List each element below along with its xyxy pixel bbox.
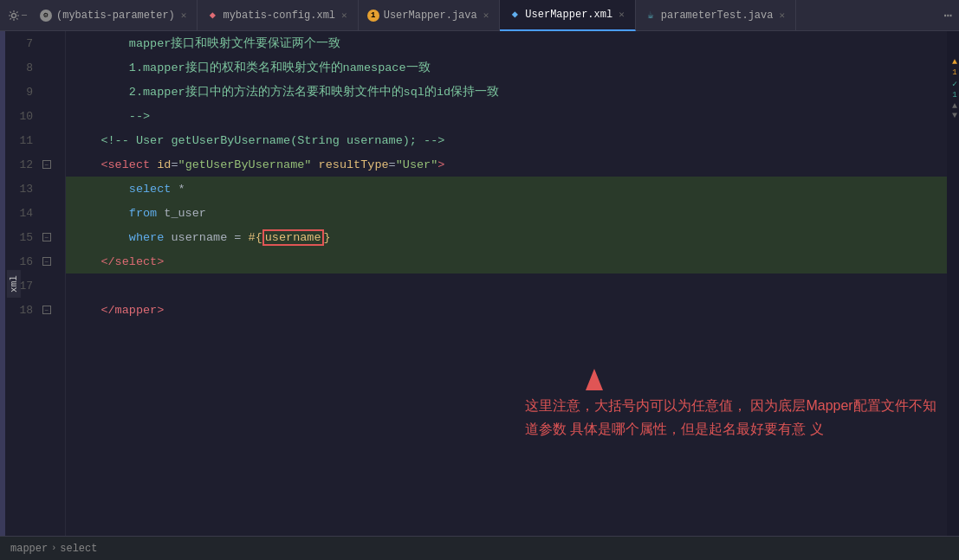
tab-close-2[interactable]: ✕ — [340, 8, 349, 23]
scroll-down-arrow[interactable]: ▼ — [952, 111, 957, 120]
gear-dash: — — [22, 10, 27, 20]
code-attr-id: id — [157, 158, 171, 171]
tab-usermapper-xml[interactable]: ◆ UserMapper.xml ✕ — [500, 0, 635, 31]
tab-parametertest-java[interactable]: ☕ parameterTest.java ✕ — [636, 0, 796, 31]
annotation-overlay: 这里注意，大括号内可以为任意值， 因为底层Mapper配置文件不知道参数 具体是… — [525, 369, 941, 441]
code-kw-where: where — [129, 231, 165, 244]
gutter-line-15: 15 − — [5, 225, 65, 249]
code-content-15b: username = — [164, 231, 248, 244]
scroll-up-arrow[interactable]: ▲ — [952, 101, 957, 111]
line-num-16: 16 — [5, 255, 40, 268]
line-num-14: 14 — [5, 207, 40, 220]
status-select: select — [60, 543, 97, 555]
code-kw-from: from — [129, 207, 157, 220]
code-hash-close: } — [324, 231, 331, 244]
tab-label-4: UserMapper.xml — [525, 9, 612, 21]
tab-icon-2: ◆ — [206, 10, 218, 22]
gutter-line-10: 10 — [5, 104, 65, 128]
code-content-13a — [73, 183, 129, 196]
code-line-18: </mapper> — [66, 298, 947, 322]
tab-overflow-button[interactable]: ⋯ — [936, 7, 959, 24]
code-attr-rt-val: "User" — [396, 158, 438, 171]
code-tag-name-12: select — [108, 158, 151, 171]
line-num-11: 11 — [5, 134, 40, 147]
scroll-arrows[interactable]: ▲ ▼ — [952, 101, 957, 120]
code-space-12 — [150, 158, 157, 171]
svg-point-0 — [11, 13, 16, 17]
tab-mybatis-config[interactable]: ◆ mybatis-config.xml ✕ — [198, 0, 358, 31]
code-content-11: <!-- User getUserByUsername(String usern… — [73, 134, 444, 147]
line-num-15: 15 — [5, 231, 40, 244]
fold-icon-18[interactable]: − — [42, 306, 51, 314]
line-num-9: 9 — [5, 86, 40, 99]
status-breadcrumb: mapper › select — [10, 543, 97, 555]
code-line-11: <!-- User getUserByUsername(String usern… — [66, 128, 947, 152]
status-bar: mapper › select — [0, 536, 959, 560]
xml-sidebar-label: xml — [7, 270, 21, 298]
editor-container: xml 7 8 9 10 — [0, 31, 959, 536]
scroll-check: ✓ — [952, 79, 957, 89]
code-eq2: = — [389, 158, 396, 171]
code-close-tag-18: </mapper> — [100, 304, 164, 317]
tab-icon-1: ⚙ — [40, 10, 52, 22]
gutter-line-12: 12 − — [5, 152, 65, 177]
gear-settings[interactable]: — — [3, 0, 31, 31]
code-line-14: from t_user — [66, 201, 947, 225]
tab-label-5: parameterTest.java — [661, 10, 774, 22]
tab-label-1: (mybatis-parameter) — [56, 10, 175, 22]
gutter-line-13: 13 — [5, 177, 65, 201]
code-editor[interactable]: mapper接口和映射文件要保证两个一致 1.mapper接口的权和类名和映射文… — [66, 31, 947, 536]
annotation-text: 这里注意，大括号内可以为任意值， 因为底层Mapper配置文件不知道参数 具体是… — [525, 394, 941, 441]
tab-icon-4: ◆ — [509, 9, 521, 21]
code-content-9: 2.mapper接口中的方法的方法名要和映射文件中的sql的id保持一致 — [73, 84, 499, 100]
annotation-arrow — [586, 369, 603, 390]
scrollbar-right[interactable]: ▲ 1 ✓ 1 ▲ ▼ — [947, 31, 959, 536]
fold-icon-16[interactable]: − — [42, 257, 51, 266]
code-line-13: select * — [66, 177, 947, 201]
fold-12[interactable]: − — [40, 160, 54, 169]
line-num-12: 12 — [5, 158, 40, 171]
status-mapper: mapper — [10, 543, 48, 555]
code-attr-id-val: "getUserByUsername" — [178, 158, 312, 171]
code-content-7: mapper接口和映射文件要保证两个一致 — [73, 35, 340, 51]
tab-close-3[interactable]: ✕ — [482, 8, 491, 23]
code-line-17 — [66, 274, 947, 298]
code-hash-open: #{ — [249, 231, 262, 244]
code-content-15a — [73, 231, 129, 244]
tab-label-3: UserMapper.java — [384, 10, 477, 22]
fold-icon-12[interactable]: − — [42, 160, 51, 169]
gutter-line-11: 11 — [5, 128, 65, 152]
tab-mybatis-parameter[interactable]: ⚙ (mybatis-parameter) ✕ — [31, 0, 198, 31]
tab-close-1[interactable]: ✕ — [179, 8, 189, 23]
status-chevron-icon: › — [51, 544, 56, 553]
code-content-8: 1.mapper接口的权和类名和映射文件的namespace一致 — [73, 60, 431, 75]
line-num-10: 10 — [5, 110, 40, 123]
gutter-line-14: 14 — [5, 201, 65, 225]
code-line-15: where username = #{username} — [66, 225, 947, 249]
code-close-tag-16: </select> — [100, 255, 164, 268]
gutter-line-8: 8 — [5, 55, 65, 80]
tab-close-5[interactable]: ✕ — [777, 8, 787, 23]
code-content-14a — [73, 207, 129, 220]
code-username-highlighted: username — [262, 229, 324, 246]
scroll-count-2: 1 — [952, 91, 956, 100]
code-kw-select: select — [129, 183, 172, 196]
fold-icon-15[interactable]: − — [42, 233, 51, 241]
code-content-14b: t_user — [157, 207, 206, 220]
code-content-12a — [73, 158, 100, 171]
gutter-line-7: 7 — [5, 31, 65, 55]
tab-usermapper-java[interactable]: 1 UserMapper.java ✕ — [359, 0, 501, 31]
code-eq1: = — [171, 158, 178, 171]
tab-label-2: mybatis-config.xml — [223, 10, 335, 22]
code-content-16a — [73, 255, 100, 268]
fold-16[interactable]: − — [40, 257, 54, 266]
code-tag-close-12: > — [437, 158, 444, 171]
tab-close-4[interactable]: ✕ — [617, 7, 626, 22]
code-tag-open-12: < — [100, 158, 107, 171]
tab-bar: — ⚙ (mybatis-parameter) ✕ ◆ mybatis-conf… — [0, 0, 959, 31]
fold-18[interactable]: − — [40, 306, 54, 314]
scroll-warning: ▲ — [952, 57, 957, 67]
fold-15[interactable]: − — [40, 233, 54, 241]
code-line-8: 1.mapper接口的权和类名和映射文件的namespace一致 — [66, 55, 947, 80]
code-line-10: --> — [66, 104, 947, 128]
